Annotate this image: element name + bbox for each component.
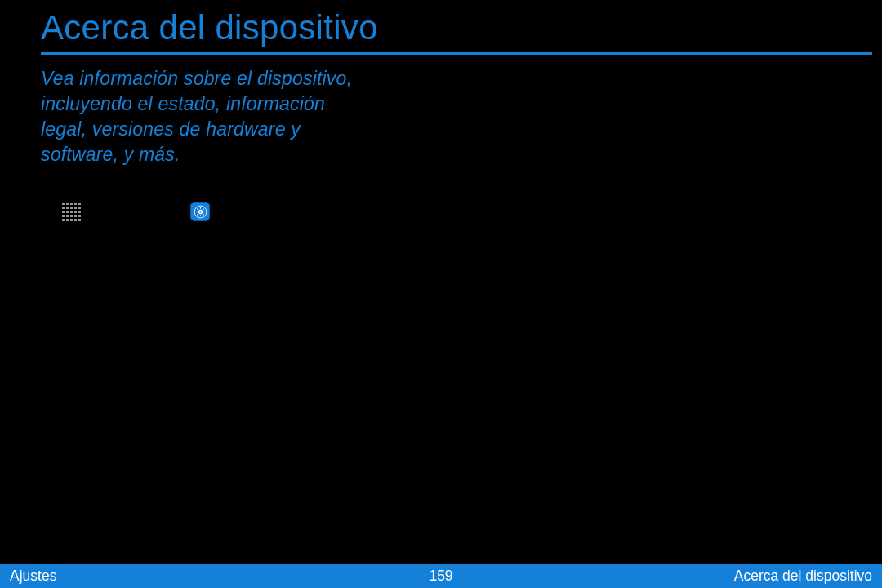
footer-left: Ajustes: [10, 568, 56, 585]
page-title: Acerca del dispositivo: [0, 0, 882, 52]
footer-right: Acerca del dispositivo: [734, 568, 872, 585]
gear-icon: [194, 205, 207, 219]
svg-rect-2: [199, 215, 200, 216]
apps-grid-icon: [62, 203, 81, 221]
page-number: 159: [429, 568, 452, 585]
svg-rect-8: [196, 214, 198, 216]
svg-rect-5: [196, 208, 198, 210]
svg-rect-1: [199, 207, 200, 209]
svg-rect-6: [203, 214, 204, 216]
svg-rect-3: [196, 212, 198, 212]
footer: Ajustes 159 Acerca del dispositivo: [0, 564, 882, 588]
svg-rect-4: [203, 212, 205, 212]
settings-icon: [190, 202, 210, 221]
intro-text: Vea información sobre el dispositivo, in…: [0, 55, 368, 167]
icons-row: [0, 167, 882, 221]
svg-rect-7: [203, 208, 204, 210]
